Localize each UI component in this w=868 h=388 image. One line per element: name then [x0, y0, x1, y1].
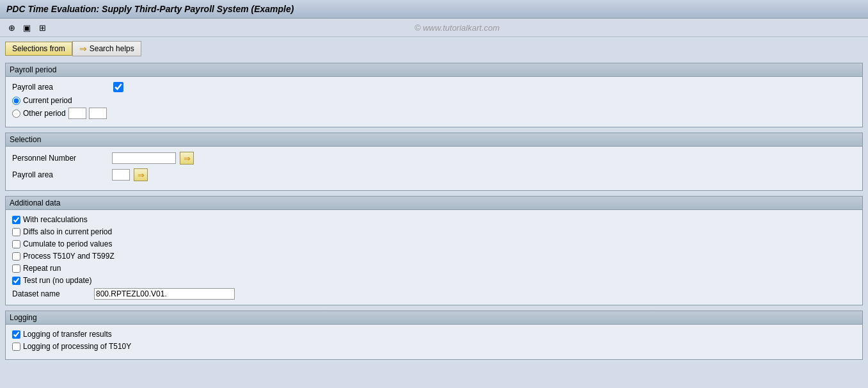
watermark: © www.tutorialkart.com [51, 23, 863, 33]
current-period-radio[interactable] [12, 97, 20, 105]
period-input-1[interactable] [68, 108, 86, 119]
payroll-period-body: Payroll area Current period Other period [6, 77, 862, 127]
title-bar: PDC Time Evaluation: Supply Third-Party … [0, 0, 868, 19]
payroll-area-checkbox[interactable] [113, 82, 123, 92]
diffs-also-label: Diffs also in current period [23, 227, 112, 236]
diffs-also-checkbox[interactable] [12, 228, 20, 236]
additional-data-header: Additional data [6, 197, 862, 210]
logging-transfer-label: Logging of transfer results [23, 330, 112, 339]
personnel-number-label: Personnel Number [12, 154, 108, 163]
logging-transfer-checkbox[interactable] [12, 330, 20, 339]
repeat-run-label: Repeat run [23, 264, 61, 273]
page-title: PDC Time Evaluation: Supply Third-Party … [6, 4, 294, 14]
payroll-area-search-btn[interactable]: ⇒ [134, 168, 148, 181]
payroll-period-header: Payroll period [6, 63, 862, 77]
toolbar-icon-3[interactable]: ⊞ [36, 21, 49, 34]
repeat-run-row: Repeat run [12, 264, 856, 273]
current-period-row: Current period [12, 96, 856, 105]
search-helps-label: Search helps [90, 44, 134, 53]
main-content: Payroll period Payroll area Current peri… [0, 60, 868, 368]
other-period-radio[interactable] [12, 109, 20, 118]
other-period-row: Other period [12, 108, 856, 119]
logging-body: Logging of transfer results Logging of p… [6, 325, 862, 359]
arrow-right-icon: ⇒ [79, 44, 87, 54]
dataset-name-row: Dataset name [12, 288, 856, 300]
search-helps-button[interactable]: ⇒ Search helps [72, 41, 141, 56]
toolbar-icon-1[interactable]: ⊕ [5, 21, 18, 34]
repeat-run-checkbox[interactable] [12, 264, 20, 273]
additional-data-section: Additional data With recalculations Diff… [5, 196, 863, 305]
selection-body: Personnel Number ⇒ Payroll area ⇒ [6, 147, 862, 190]
selection-header: Selection [6, 133, 862, 147]
with-recalculations-label: With recalculations [23, 215, 88, 224]
payroll-area-row: Payroll area [12, 82, 856, 92]
selections-from-button[interactable]: Selections from [5, 42, 72, 56]
personnel-number-input[interactable] [112, 152, 176, 164]
logging-header: Logging [6, 311, 862, 325]
with-recalculations-checkbox[interactable] [12, 216, 20, 224]
cumulate-label: Cumulate to period values [23, 239, 112, 248]
other-period-label: Other period [23, 109, 66, 118]
payroll-area-label: Payroll area [12, 83, 108, 92]
selection-payroll-area-label: Payroll area [12, 170, 108, 179]
process-t510y-checkbox[interactable] [12, 252, 20, 261]
search-arrow-icon-2: ⇒ [138, 170, 145, 180]
search-arrow-icon-1: ⇒ [184, 154, 191, 163]
process-t510y-label: Process T510Y and T599Z [23, 252, 114, 261]
process-t510y-row: Process T510Y and T599Z [12, 252, 856, 261]
period-input-2[interactable] [89, 108, 107, 119]
logging-processing-label: Logging of processing of T510Y [23, 342, 131, 351]
test-run-row: Test run (no update) [12, 276, 856, 285]
action-bar: Selections from ⇒ Search helps [0, 37, 868, 60]
toolbar-icon-2[interactable]: ▣ [20, 21, 33, 34]
current-period-label: Current period [23, 96, 72, 105]
additional-data-body: With recalculations Diffs also in curren… [6, 210, 862, 305]
cumulate-checkbox[interactable] [12, 240, 20, 248]
with-recalculations-row: With recalculations [12, 215, 856, 224]
dataset-name-input[interactable] [94, 288, 235, 300]
logging-section: Logging Logging of transfer results Logg… [5, 311, 863, 360]
payroll-period-section: Payroll period Payroll area Current peri… [5, 63, 863, 127]
toolbar: ⊕ ▣ ⊞ © www.tutorialkart.com [0, 19, 868, 37]
test-run-checkbox[interactable] [12, 277, 20, 285]
logging-transfer-row: Logging of transfer results [12, 330, 856, 339]
selection-payroll-area-row: Payroll area ⇒ [12, 168, 856, 181]
cumulate-row: Cumulate to period values [12, 239, 856, 248]
personnel-number-search-btn[interactable]: ⇒ [180, 152, 194, 165]
selection-section: Selection Personnel Number ⇒ Payroll are… [5, 133, 863, 191]
logging-processing-row: Logging of processing of T510Y [12, 342, 856, 351]
test-run-label: Test run (no update) [23, 276, 91, 285]
period-inputs [68, 108, 107, 119]
logging-processing-checkbox[interactable] [12, 343, 20, 351]
dataset-name-label: Dataset name [12, 289, 89, 298]
personnel-number-row: Personnel Number ⇒ [12, 152, 856, 165]
diffs-also-row: Diffs also in current period [12, 227, 856, 236]
payroll-area-input[interactable] [112, 169, 130, 181]
